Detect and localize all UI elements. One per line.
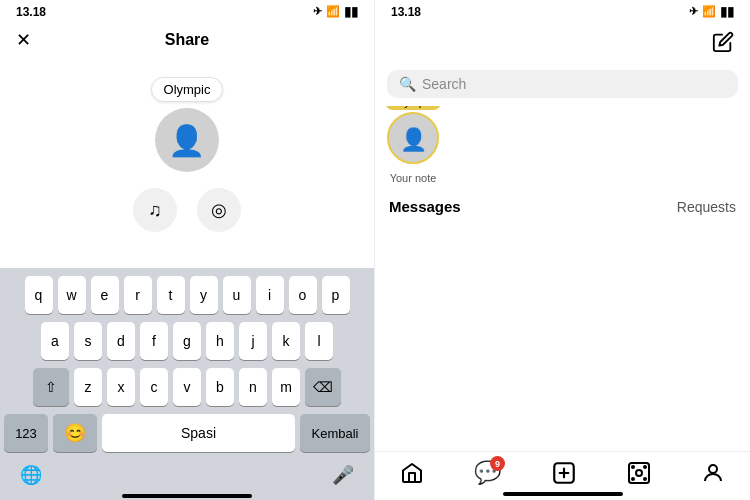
right-panel: 13.18 ✈ 📶 ▮▮ 🔍 Search Olympic 👤 xyxy=(375,0,750,500)
space-key[interactable]: Spasi xyxy=(102,414,295,452)
svg-point-6 xyxy=(644,466,646,468)
key-v[interactable]: v xyxy=(173,368,201,406)
avatar-icon: 👤 xyxy=(168,123,205,158)
svg-point-5 xyxy=(632,466,634,468)
instagram-icon: ◎ xyxy=(211,199,227,221)
key-i[interactable]: i xyxy=(256,276,284,314)
keyboard-row-3: ⇧ z x c v b n m ⌫ xyxy=(4,368,370,406)
svg-point-4 xyxy=(636,470,642,476)
messages-header: Messages Requests xyxy=(375,190,750,219)
share-icons-row: ♫ ◎ xyxy=(133,188,241,232)
music-icon: ♫ xyxy=(148,200,162,221)
key-n[interactable]: n xyxy=(239,368,267,406)
key-d[interactable]: d xyxy=(107,322,135,360)
profile-bubble: Olympic 👤 xyxy=(151,77,224,172)
requests-button[interactable]: Requests xyxy=(677,199,736,215)
key-c[interactable]: c xyxy=(140,368,168,406)
emoji-key[interactable]: 😊 xyxy=(53,414,97,452)
note-item[interactable]: Olympic 👤 Your note xyxy=(387,112,439,184)
left-panel: 13.18 ✈ 📶 ▮▮ ✕ Share Olympic 👤 ♫ ◎ xyxy=(0,0,375,500)
keyboard: q w e r t y u i o p a s d f g h j k l ⇧ … xyxy=(0,268,374,500)
globe-icon[interactable]: 🌐 xyxy=(20,464,42,486)
keyboard-bottom-bar: 🌐 🎤 xyxy=(4,458,370,490)
key-k[interactable]: k xyxy=(272,322,300,360)
return-key[interactable]: Kembali xyxy=(300,414,370,452)
key-q[interactable]: q xyxy=(25,276,53,314)
avatar: 👤 xyxy=(155,108,219,172)
key-f[interactable]: f xyxy=(140,322,168,360)
key-t[interactable]: t xyxy=(157,276,185,314)
key-a[interactable]: a xyxy=(41,322,69,360)
messages-list xyxy=(375,219,750,451)
key-o[interactable]: o xyxy=(289,276,317,314)
key-l[interactable]: l xyxy=(305,322,333,360)
key-x[interactable]: x xyxy=(107,368,135,406)
backspace-key[interactable]: ⌫ xyxy=(305,368,341,406)
key-e[interactable]: e xyxy=(91,276,119,314)
messages-badge: 9 xyxy=(490,456,505,471)
right-status-icons: ✈ 📶 ▮▮ xyxy=(689,4,734,19)
messages-label: Messages xyxy=(389,198,461,215)
key-s[interactable]: s xyxy=(74,322,102,360)
keyboard-row-1: q w e r t y u i o p xyxy=(4,276,370,314)
left-time: 13.18 xyxy=(16,5,46,19)
shift-key[interactable]: ⇧ xyxy=(33,368,69,406)
search-icon: 🔍 xyxy=(399,76,416,92)
instagram-share-button[interactable]: ◎ xyxy=(197,188,241,232)
note-avatar: 👤 xyxy=(387,112,439,164)
right-battery-icon: ▮▮ xyxy=(720,4,734,19)
key-r[interactable]: r xyxy=(124,276,152,314)
nav-reels-button[interactable] xyxy=(627,461,651,485)
nav-messages-button[interactable]: 💬 9 xyxy=(474,460,501,486)
svg-point-8 xyxy=(644,478,646,480)
left-status-icons: ✈ 📶 ▮▮ xyxy=(313,4,358,19)
home-indicator-right xyxy=(503,492,623,496)
close-button[interactable]: ✕ xyxy=(16,29,31,51)
compose-button[interactable] xyxy=(712,31,734,58)
key-p[interactable]: p xyxy=(322,276,350,314)
keyboard-bottom-row: 123 😊 Spasi Kembali xyxy=(4,414,370,458)
search-bar[interactable]: 🔍 Search xyxy=(387,70,738,98)
nav-profile-button[interactable] xyxy=(701,461,725,485)
right-airplane-icon: ✈ xyxy=(689,5,698,18)
note-label: Your note xyxy=(390,172,437,184)
wifi-icon: 📶 xyxy=(326,5,340,18)
key-b[interactable]: b xyxy=(206,368,234,406)
note-tag: Olympic xyxy=(385,106,441,110)
key-j[interactable]: j xyxy=(239,322,267,360)
home-indicator-left xyxy=(122,494,252,498)
search-input[interactable]: Search xyxy=(422,76,466,92)
left-status-bar: 13.18 ✈ 📶 ▮▮ xyxy=(0,0,374,23)
key-z[interactable]: z xyxy=(74,368,102,406)
airplane-icon: ✈ xyxy=(313,5,322,18)
mic-icon[interactable]: 🎤 xyxy=(332,464,354,486)
key-h[interactable]: h xyxy=(206,322,234,360)
nav-home-button[interactable] xyxy=(400,461,424,485)
key-y[interactable]: y xyxy=(190,276,218,314)
key-u[interactable]: u xyxy=(223,276,251,314)
right-wifi-icon: 📶 xyxy=(702,5,716,18)
bottom-nav: 💬 9 xyxy=(375,451,750,490)
notes-section: Olympic 👤 Your note xyxy=(375,106,750,190)
key-m[interactable]: m xyxy=(272,368,300,406)
note-avatar-icon: 👤 xyxy=(400,127,427,153)
keyboard-row-2: a s d f g h j k l xyxy=(4,322,370,360)
note-avatar-wrapper: Olympic 👤 xyxy=(387,112,439,164)
share-content: Olympic 👤 ♫ ◎ xyxy=(0,57,374,242)
battery-icon: ▮▮ xyxy=(344,4,358,19)
right-status-bar: 13.18 ✈ 📶 ▮▮ xyxy=(375,0,750,23)
key-w[interactable]: w xyxy=(58,276,86,314)
music-share-button[interactable]: ♫ xyxy=(133,188,177,232)
svg-point-7 xyxy=(632,478,634,480)
left-header: ✕ Share xyxy=(0,23,374,57)
share-title: Share xyxy=(165,31,209,49)
num-key[interactable]: 123 xyxy=(4,414,48,452)
profile-name-tag: Olympic xyxy=(151,77,224,102)
nav-add-button[interactable] xyxy=(551,460,577,486)
key-g[interactable]: g xyxy=(173,322,201,360)
right-header xyxy=(375,23,750,66)
svg-point-9 xyxy=(709,465,717,473)
right-time: 13.18 xyxy=(391,5,421,19)
